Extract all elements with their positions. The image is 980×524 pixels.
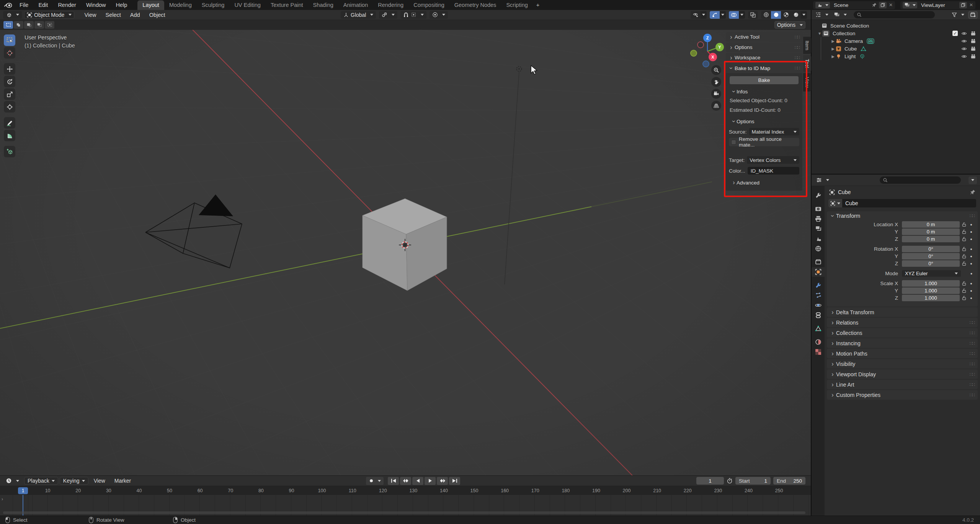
y-value-slider[interactable]: 0 m	[902, 229, 960, 235]
proportional-edit-dropdown[interactable]	[430, 11, 448, 19]
viewlayer-name[interactable]: ViewLayer	[920, 2, 957, 8]
outliner-filter-button[interactable]	[950, 11, 966, 19]
y-value-slider[interactable]: 0°	[902, 253, 960, 260]
panel-visibility[interactable]: ›Visibility∷∷	[827, 359, 978, 369]
outliner-row-cube[interactable]: ▶Cube	[812, 45, 980, 52]
scene-icon[interactable]	[815, 2, 830, 8]
outliner-search-input[interactable]	[854, 11, 935, 18]
panel-workspace[interactable]: ›Workspace∷∷	[726, 53, 802, 62]
disable-render-icon[interactable]	[970, 38, 976, 44]
workspace-tab-sculpting[interactable]: Sculpting	[197, 0, 230, 10]
lock-icon[interactable]	[960, 281, 969, 286]
unlink-scene-icon[interactable]: ✕	[889, 2, 893, 8]
properties-tab-material[interactable]	[812, 337, 825, 347]
panel-options[interactable]: ›Options∷∷	[726, 42, 802, 52]
select-mode-intersect-button[interactable]	[45, 21, 54, 29]
camera-view-button[interactable]	[711, 89, 721, 99]
end-frame-field[interactable]: End 250	[773, 477, 805, 485]
zoom-button[interactable]	[711, 65, 721, 75]
select-box-tool-button[interactable]	[4, 34, 15, 46]
channel-collapse-chevron[interactable]: ›	[2, 496, 3, 502]
properties-tab-collection[interactable]	[812, 257, 825, 267]
location-x-value-slider[interactable]: 0 m	[902, 221, 960, 228]
auto-keying-button[interactable]	[366, 477, 384, 485]
viewport-canvas[interactable]: User Perspective (1) Collection | Cube Z…	[0, 30, 811, 475]
hide-eye-icon[interactable]	[961, 38, 967, 44]
outliner-row-light[interactable]: ▶Light	[812, 52, 980, 60]
overlays-dropdown-arrow[interactable]	[739, 11, 745, 19]
pin-id-icon[interactable]	[970, 189, 975, 195]
lock-icon[interactable]	[960, 222, 969, 227]
pan-button[interactable]	[711, 77, 721, 87]
bake-panel-header[interactable]: › Bake to ID Map ∷∷	[726, 63, 802, 73]
lock-icon[interactable]	[960, 229, 969, 234]
properties-tab-modifiers[interactable]	[812, 281, 825, 290]
properties-tab-data[interactable]	[812, 324, 825, 333]
workspace-tab-animation[interactable]: Animation	[338, 0, 373, 10]
add-workspace-button[interactable]: +	[533, 0, 543, 10]
current-frame-field[interactable]: 1	[696, 477, 724, 485]
workspace-tab-layout[interactable]: Layout	[137, 0, 164, 10]
z-value-slider[interactable]: 0°	[902, 260, 960, 267]
timeline-editor-type-button[interactable]	[3, 477, 22, 485]
properties-tab-view-layer[interactable]	[812, 224, 825, 233]
xray-icon[interactable]	[748, 11, 758, 19]
menu-help[interactable]: Help	[111, 2, 132, 8]
panel-motion-paths[interactable]: ›Motion Paths∷∷	[827, 349, 978, 358]
start-frame-field[interactable]: Start 1	[735, 477, 771, 485]
hide-eye-icon[interactable]	[961, 46, 967, 52]
breadcrumb-object-name[interactable]: Cube	[838, 189, 851, 195]
animate-dot[interactable]: ●	[969, 230, 974, 234]
editor-type-button[interactable]	[3, 11, 22, 19]
light-object[interactable]	[517, 67, 522, 72]
gizmo-y-neg-axis[interactable]	[690, 50, 697, 57]
scene-name[interactable]: Scene	[832, 2, 870, 8]
properties-tab-output[interactable]	[812, 214, 825, 224]
properties-search-input[interactable]	[880, 176, 961, 184]
add-cube-tool-button[interactable]	[4, 146, 15, 157]
properties-tab-physics[interactable]	[812, 300, 825, 310]
outliner-row-scene-collection[interactable]: Scene Collection	[812, 22, 980, 29]
menu-file[interactable]: File	[15, 2, 33, 8]
rotation-x-value-slider[interactable]: 0°	[902, 246, 960, 252]
sidebar-tab-tool[interactable]: Tool	[803, 55, 811, 72]
transform-tool-button[interactable]	[4, 101, 15, 113]
cursor-tool-button[interactable]	[4, 47, 15, 59]
panel-viewport-display[interactable]: ›Viewport Display∷∷	[827, 369, 978, 379]
animate-dot[interactable]: ●	[969, 272, 974, 276]
animate-dot[interactable]: ●	[969, 289, 974, 293]
timeline-menu-view[interactable]: View	[90, 478, 109, 484]
properties-tab-object[interactable]	[812, 267, 825, 277]
timeline-menu-keying[interactable]: Keying	[60, 477, 88, 485]
properties-tab-constraints[interactable]	[812, 310, 825, 320]
object-type-icon[interactable]	[828, 199, 842, 207]
scene-selector[interactable]: Scene ✕	[813, 1, 895, 9]
shading-wireframe-icon[interactable]	[761, 11, 771, 19]
menu-window[interactable]: Window	[81, 2, 111, 8]
xray-toggle[interactable]	[748, 11, 758, 19]
y-value-slider[interactable]: 1.000	[902, 287, 960, 294]
shading-rendered-icon[interactable]	[791, 11, 801, 19]
menu-render[interactable]: Render	[53, 2, 81, 8]
outliner-display-mode-button[interactable]	[832, 11, 848, 19]
workspace-tab-compositing[interactable]: Compositing	[408, 0, 449, 10]
timeline-ruler[interactable]: 1 10203040506070809010011012013014015016…	[0, 486, 811, 495]
pivot-dropdown[interactable]	[379, 11, 397, 19]
properties-editor-type-button[interactable]	[815, 176, 831, 184]
select-mode-subtract-button[interactable]	[24, 21, 34, 29]
workspace-tab-texture-paint[interactable]: Texture Paint	[266, 0, 308, 10]
color-name-input[interactable]: ID_MASK	[748, 167, 799, 175]
properties-options-dropdown[interactable]	[969, 176, 977, 184]
gizmo-dropdown-arrow[interactable]	[720, 11, 726, 19]
sidebar-tab-view[interactable]: View	[803, 73, 811, 91]
remove-source-checkbox[interactable]	[731, 140, 736, 145]
new-collection-button[interactable]	[968, 11, 978, 19]
timeline-menu-marker[interactable]: Marker	[111, 478, 135, 484]
animate-dot[interactable]: ●	[969, 237, 974, 241]
lock-icon[interactable]	[960, 288, 969, 293]
shading-material-icon[interactable]	[781, 11, 791, 19]
viewport-menu-select[interactable]: Select	[101, 12, 126, 18]
object-name-value[interactable]: Cube	[842, 200, 858, 206]
properties-tab-render[interactable]	[812, 204, 825, 214]
select-mode-invert-button[interactable]	[34, 21, 44, 29]
